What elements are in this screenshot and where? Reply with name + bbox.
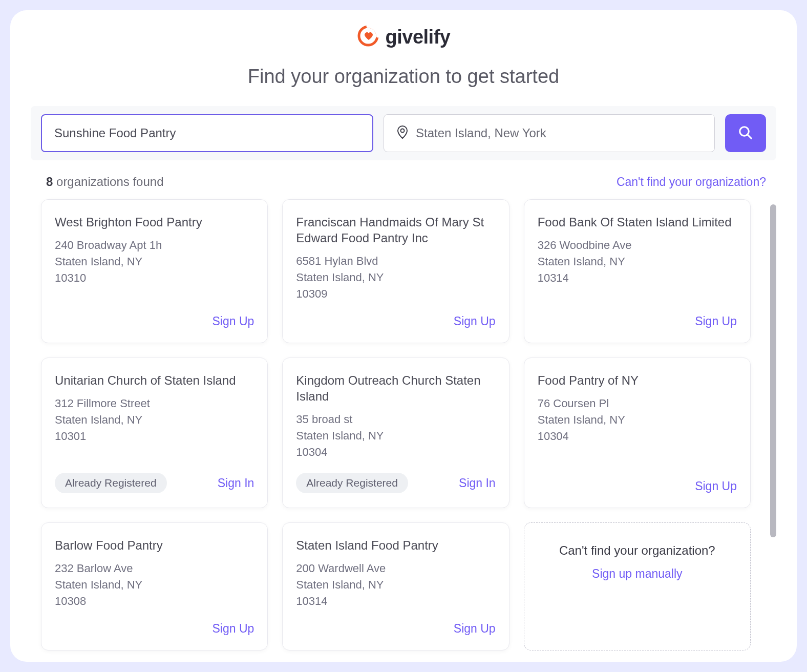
search-icon [738,125,753,142]
givelify-logo-icon [357,25,379,49]
sign-up-link[interactable]: Sign Up [695,479,737,493]
logo-wrap: givelify [10,25,797,49]
results-count-suffix: organizations found [53,175,163,188]
org-address: 6581 Hylan Blvd Staten Island, NY 10309 [296,253,495,302]
location-input[interactable] [416,126,702,140]
org-address: 312 Fillmore Street Staten Island, NY 10… [55,395,254,445]
org-address: 76 Coursen Pl Staten Island, NY 10304 [538,395,737,445]
org-card[interactable]: Barlow Food Pantry232 Barlow Ave Staten … [41,522,268,650]
sign-up-link[interactable]: Sign Up [695,314,737,328]
org-address: 326 Woodbine Ave Staten Island, NY 10314 [538,237,737,286]
location-input-wrap[interactable] [384,114,715,152]
results-header: 8 organizations found Can't find your or… [10,160,797,199]
org-name: Franciscan Handmaids Of Mary St Edward F… [296,214,495,246]
org-name: Food Pantry of NY [538,372,737,388]
brand-logo: givelify [357,25,451,49]
org-card-footer: Already RegisteredSign In [55,473,254,493]
org-name: West Brighton Food Pantry [55,214,254,230]
org-address: 35 broad st Staten Island, NY 10304 [296,411,495,460]
search-button[interactable] [725,114,766,152]
org-name: Unitarian Church of Staten Island [55,372,254,388]
search-bar [31,106,776,160]
map-pin-icon [396,125,409,141]
results-count-number: 8 [46,175,53,188]
results-area: West Brighton Food Pantry240 Broadway Ap… [10,199,797,650]
org-name-input[interactable] [41,114,373,152]
org-card[interactable]: Food Bank Of Staten Island Limited326 Wo… [524,199,751,343]
sign-in-link[interactable]: Sign In [459,476,496,490]
promo-title: Can't find your organization? [559,543,715,558]
org-card[interactable]: Kingdom Outreach Church Staten Island35 … [282,358,509,508]
org-name: Barlow Food Pantry [55,537,254,553]
org-card-footer: Sign Up [538,314,737,328]
main-panel: givelify Find your organization to get s… [10,10,797,662]
org-card-footer: Sign Up [55,622,254,636]
org-card[interactable]: Staten Island Food Pantry200 Wardwell Av… [282,522,509,650]
page-title: Find your organization to get started [10,66,797,88]
already-registered-badge: Already Registered [55,473,167,493]
org-card[interactable]: Unitarian Church of Staten Island312 Fil… [41,358,268,508]
scrollbar[interactable] [770,204,776,537]
org-card[interactable]: Franciscan Handmaids Of Mary St Edward F… [282,199,509,343]
org-card[interactable]: West Brighton Food Pantry240 Broadway Ap… [41,199,268,343]
org-name: Food Bank Of Staten Island Limited [538,214,737,230]
signup-manually-card[interactable]: Can't find your organization?Sign up man… [524,522,751,650]
results-grid: West Brighton Food Pantry240 Broadway Ap… [41,199,766,650]
svg-line-3 [748,134,752,138]
signup-manually-link[interactable]: Sign up manually [592,567,682,581]
org-card-footer: Already RegisteredSign In [296,473,495,493]
sign-up-link[interactable]: Sign Up [454,622,496,636]
org-card-footer: Sign Up [296,622,495,636]
sign-up-link[interactable]: Sign Up [213,314,254,328]
org-card-footer: Sign Up [55,314,254,328]
org-card-footer: Sign Up [538,479,737,493]
org-card-footer: Sign Up [296,314,495,328]
org-address: 232 Barlow Ave Staten Island, NY 10308 [55,560,254,610]
org-name: Staten Island Food Pantry [296,537,495,553]
org-address: 200 Wardwell Ave Staten Island, NY 10314 [296,560,495,610]
org-address: 240 Broadway Apt 1h Staten Island, NY 10… [55,237,254,286]
sign-in-link[interactable]: Sign In [218,476,254,490]
sign-up-link[interactable]: Sign Up [454,314,496,328]
already-registered-badge: Already Registered [296,473,408,493]
org-name: Kingdom Outreach Church Staten Island [296,372,495,404]
cant-find-link[interactable]: Can't find your organization? [617,175,766,189]
sign-up-link[interactable]: Sign Up [213,622,254,636]
results-count: 8 organizations found [46,175,164,189]
brand-name: givelify [386,26,451,48]
svg-point-1 [401,129,405,133]
org-card[interactable]: Food Pantry of NY76 Coursen Pl Staten Is… [524,358,751,508]
